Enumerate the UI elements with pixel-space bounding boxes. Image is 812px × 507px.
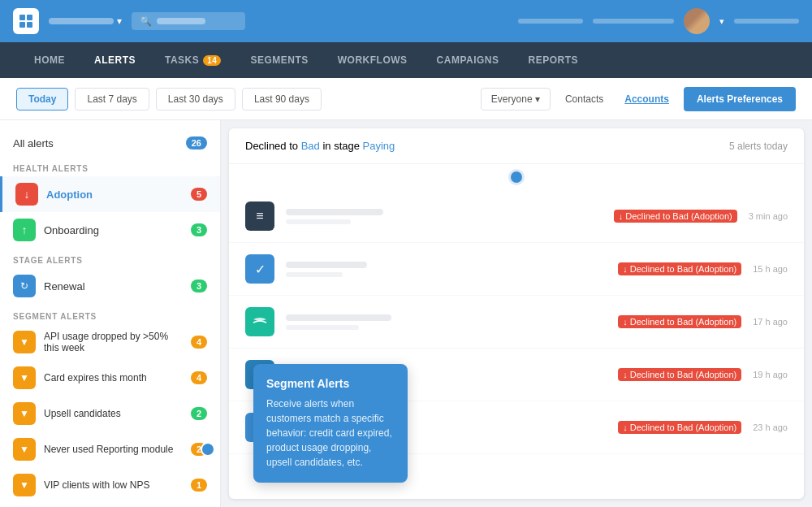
nav-item-workflows[interactable]: WORKFLOWS [323,42,422,78]
accounts-toggle[interactable]: Accounts [618,89,676,110]
alert-sub-bar-1 [286,272,343,277]
nav-item-tasks[interactable]: TASKS 14 [150,42,235,78]
avatar-dropdown[interactable]: ▾ [719,16,724,27]
tooltip-text: Receive alerts when customers match a sp… [266,396,395,470]
everyone-dropdown[interactable]: Everyone ▾ [481,88,551,110]
alert-time-0: 3 min ago [749,211,788,221]
all-alerts-label: All alerts [13,137,54,150]
vip-icon: ▼ [13,474,36,496]
alert-sub-bar-2 [286,325,359,330]
adoption-label: Adoption [46,188,183,201]
user-avatar[interactable] [684,8,710,34]
top-bar-bar-3 [734,19,799,24]
tab-7days[interactable]: Last 7 days [75,88,149,110]
renewal-label: Renewal [44,280,183,292]
progress-dot [508,169,525,185]
nav-item-home[interactable]: HOME [19,42,80,78]
alert-row-1[interactable]: ✓ ↓ Declined to Bad (Adoption) 15 h ago [229,243,804,296]
nav-item-reports[interactable]: REPORTS [514,42,594,78]
top-bar-bar-1 [518,19,583,24]
alert-content-0 [286,209,603,224]
filter-right: Everyone ▾ Contacts Accounts Alerts Pref… [481,87,796,111]
card-expires-count: 4 [191,371,207,384]
alert-row-2[interactable]: ↓ Declined to Bad (Adoption) 17 h ago [229,296,804,349]
alert-time-3: 19 h ago [753,370,788,379]
decline-badge-0: ↓ Declined to Bad (Adoption) [614,210,737,223]
health-alerts-header: HEALTH ALERTS [0,156,220,176]
segment-alerts-header: SEGMENT ALERTS [0,304,220,324]
alert-type-4: ↓ Declined to Bad (Adoption) [618,421,741,434]
reporting-label: Never used Reporting module [44,444,183,455]
alerts-preferences-button[interactable]: Alerts Preferences [684,87,796,111]
tab-90days[interactable]: Last 90 days [242,88,322,110]
nav-item-campaigns[interactable]: CAMPAIGNS [422,42,514,78]
alert-type-2: ↓ Declined to Bad (Adoption) [618,315,741,328]
panel-header: Declined to Bad in stage Paying 5 alerts… [229,128,804,164]
nav-item-segments[interactable]: SEGMENTS [235,42,322,78]
reporting-icon: ▼ [13,438,36,461]
alert-time-2: 17 h ago [753,317,788,327]
api-usage-label: API usage dropped by >50% this week [44,331,183,353]
search-icon: 🔍 [140,15,152,27]
alert-name-bar-1 [286,262,367,268]
contacts-toggle[interactable]: Contacts [559,89,610,110]
all-alerts-row[interactable]: All alerts 26 [0,130,220,156]
alert-type-3: ↓ Declined to Bad (Adoption) [618,368,741,381]
adoption-icon: ↓ [15,183,38,206]
decline-badge-1: ↓ Declined to Bad (Adoption) [618,262,741,275]
main-content: All alerts 26 HEALTH ALERTS ↓ Adoption 5… [0,120,812,507]
app-logo[interactable] [13,8,39,34]
top-bar: ▾ 🔍 ▾ [0,0,812,42]
svg-rect-0 [19,15,25,20]
upsell-label: Upsell candidates [44,408,183,419]
progress-indicator [229,164,804,190]
top-bar-bar-2 [593,19,674,24]
alert-row-0[interactable]: ≡ ↓ Declined to Bad (Adoption) 3 min ago [229,190,804,243]
vip-label: VIP clients with low NPS [44,479,183,491]
alert-name-bar-0 [286,209,383,215]
alert-time-1: 15 h ago [753,264,788,274]
right-panel: Declined to Bad in stage Paying 5 alerts… [229,128,804,499]
svg-rect-1 [27,15,32,20]
renewal-icon: ↻ [13,275,36,297]
all-alerts-count: 26 [186,136,207,150]
onboarding-count: 3 [191,223,207,236]
adoption-count: 5 [191,188,207,201]
onboarding-label: Onboarding [44,224,183,236]
sidebar-item-onboarding[interactable]: ↑ Onboarding 3 [0,212,220,248]
vip-count: 1 [191,479,207,492]
search-bar[interactable]: 🔍 [132,12,245,30]
sidebar-item-vip[interactable]: ▼ VIP clients with low NPS 1 [0,467,220,503]
workspace-dropdown[interactable]: ▾ [49,15,122,27]
api-usage-count: 4 [191,336,207,349]
api-usage-icon: ▼ [13,331,36,353]
panel-title: Declined to Bad in stage Paying [245,140,395,152]
sidebar-item-no-login[interactable]: ▼ No login in 2 months 1 [0,503,220,507]
tab-today[interactable]: Today [16,88,68,110]
stage-alerts-header: STAGE ALERTS [0,248,220,268]
sidebar-item-renewal[interactable]: ↻ Renewal 3 [0,268,220,304]
renewal-count: 3 [191,280,207,292]
card-expires-icon: ▼ [13,366,36,389]
onboarding-icon: ↑ [13,219,36,241]
tasks-badge: 14 [203,55,221,66]
decline-badge-4: ↓ Declined to Bad (Adoption) [618,421,741,434]
sidebar-item-api-usage[interactable]: ▼ API usage dropped by >50% this week 4 [0,324,220,360]
alert-avatar-2 [245,307,274,336]
tab-30days[interactable]: Last 30 days [156,88,235,110]
panel-alerts-count: 5 alerts today [729,141,788,152]
alert-content-1 [286,262,607,277]
nav-item-alerts[interactable]: ALERTS [80,42,150,78]
alert-sub-bar-0 [286,219,351,224]
alert-type-0: ↓ Declined to Bad (Adoption) [614,210,737,223]
alert-avatar-0: ≡ [245,202,274,231]
card-expires-label: Card expires this month [44,372,183,384]
tooltip-title: Segment Alerts [266,377,395,390]
sidebar-item-upsell[interactable]: ▼ Upsell candidates 2 [0,396,220,431]
sidebar-item-card-expires[interactable]: ▼ Card expires this month 4 [0,360,220,396]
alert-content-2 [286,314,607,330]
top-bar-right: ▾ [518,8,799,34]
sidebar-item-adoption[interactable]: ↓ Adoption 5 [0,176,220,212]
sidebar-item-reporting[interactable]: ▼ Never used Reporting module 2 [0,431,220,467]
svg-rect-3 [27,22,32,28]
